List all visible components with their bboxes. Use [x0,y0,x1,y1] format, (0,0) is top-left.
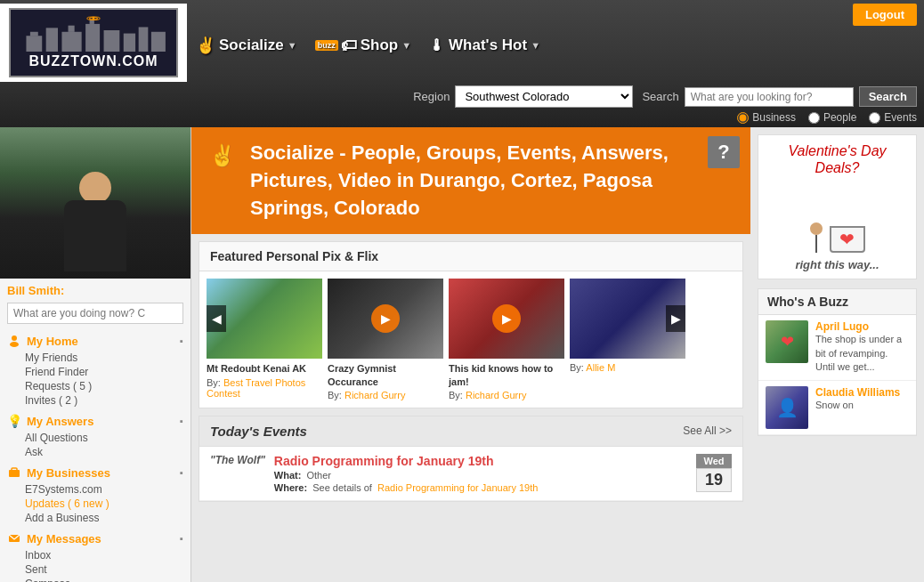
event-num-1: 19 [696,468,732,492]
sidebar-friend-finder[interactable]: Friend Finder [25,365,190,379]
next-arrow[interactable]: ▶ [666,305,685,332]
bulb-icon: 💡 [7,414,21,428]
sidebar-biz-updates[interactable]: Updates ( 6 new ) [25,497,190,511]
svg-rect-3 [61,32,81,52]
search-type-people[interactable]: People [808,111,856,124]
whois-buzz-section: Who's A Buzz ❤ April Lugo The shop is un… [758,288,917,435]
sidebar-my-friends[interactable]: My Friends [25,351,190,365]
svg-point-13 [93,17,95,20]
nav-shop[interactable]: buzz 🏷 Shop ▼ [315,36,411,55]
buzz-person-2: 👤 Claudia Williams Snow on [758,381,916,435]
businesses-expand[interactable]: ▪ [180,467,183,478]
sidebar-item-my-answers[interactable]: 💡 My Answers ▪ [0,411,190,431]
sidebar-section-answers: 💡 My Answers ▪ All Questions Ask [0,409,190,461]
sidebar-sub-home: My Friends Friend Finder Requests ( 5 ) … [0,351,190,408]
shop-icon: 🏷 [341,36,357,55]
search-type-events[interactable]: Events [869,111,917,124]
video-by-4: By: Allie M [570,362,685,373]
search-input[interactable] [685,87,854,107]
video-title-1: Mt Redoubt Kenai AK [207,362,322,375]
region-select[interactable]: Southwest Colorado Denver, CO Colorado S… [455,85,633,108]
events-title: Today's Events [210,424,307,439]
nav-socialize[interactable]: ✌ Socialize ▼ [196,36,297,55]
prev-arrow[interactable]: ◀ [207,305,226,332]
buzz-person-1: ❤ April Lugo The shop is under a bit of … [758,315,916,380]
svg-point-15 [10,342,19,347]
svg-rect-1 [30,32,38,36]
video-by-1: By: Best Travel Photos Contest [207,377,322,399]
search-label: Search [642,90,678,103]
video-item-4[interactable]: ▶ By: Allie M [570,279,685,400]
play-button-3[interactable]: ▶ [492,304,521,333]
sidebar-requests[interactable]: Requests ( 5 ) [25,379,190,393]
sidebar-invites[interactable]: Invites ( 2 ) [25,393,190,408]
video-item-1[interactable]: ◀ Mt Redoubt Kenai AK By: Best Travel Ph… [207,279,322,400]
event-meta-1: What: Other [274,470,687,481]
messages-expand[interactable]: ▪ [180,533,183,544]
events-section: Today's Events See All >> "The Wolf" Rad… [199,416,743,502]
svg-rect-10 [151,32,166,52]
envelope-icon [7,531,21,546]
events-see-all[interactable]: See All >> [683,424,732,437]
event-name-1[interactable]: Radio Programming for January 19th [274,454,687,468]
video-by-3: By: Richard Gurry [449,390,564,400]
buzz-name-1[interactable]: April Lugo [815,320,909,333]
shop-badge: buzz [315,40,338,51]
answers-expand[interactable]: ▪ [180,416,183,426]
sidebar-inbox[interactable]: Inbox [25,548,190,562]
video-item-2[interactable]: ▶ Crazy Gymnist Occurance By: Richard Gu… [328,279,443,400]
sidebar-all-questions[interactable]: All Questions [25,431,190,445]
nav-whats-hot[interactable]: 🌡 What's Hot ▼ [429,36,540,55]
status-input[interactable] [7,303,183,324]
socialize-chevron: ▼ [288,40,297,51]
whats-hot-chevron: ▼ [531,40,540,51]
video-author-link-1[interactable]: Best Travel Photos Contest [207,377,305,399]
person-icon [7,334,21,348]
svg-rect-0 [26,36,42,52]
logo[interactable]: BUZZTOWN.COM [0,4,187,82]
sidebar-e7systems[interactable]: E7Systems.com [25,482,190,497]
buzz-avatar-2: 👤 [766,386,808,429]
valentines-sub: right this way... [766,258,909,271]
sidebar-section-home: My Home ▪ My Friends Friend Finder Reque… [0,329,190,409]
event-details-1: Radio Programming for January 19th What:… [274,454,687,493]
sidebar-item-my-home[interactable]: My Home ▪ [0,331,190,351]
user-name[interactable]: Bill Smith: [0,279,190,301]
video-author-link-2[interactable]: Richard Gurry [344,390,405,400]
featured-header: Featured Personal Pix & Flix [199,242,742,271]
banner-peace-icon: ✌ [209,143,236,168]
logout-button[interactable]: Logout [853,4,917,26]
sidebar-sent[interactable]: Sent [25,562,190,577]
sidebar-item-my-businesses[interactable]: My Businesses ▪ [0,463,190,482]
valentines-ad[interactable]: Valentine's Day Deals? ❤ r [758,134,917,279]
svg-rect-2 [46,28,58,52]
search-button[interactable]: Search [859,86,917,107]
sidebar-compose[interactable]: Compose [25,577,190,582]
logo-text: BUZZTOWN.COM [28,53,158,69]
video-item-3[interactable]: ▶ This kid knows how to jam! By: Richard… [449,279,564,400]
event-date-badge-1: Wed 19 [696,454,732,492]
sidebar-ask[interactable]: Ask [25,445,190,459]
valentines-title: Valentine's Day Deals? [766,142,909,176]
svg-rect-7 [104,30,120,52]
home-expand[interactable]: ▪ [180,335,183,346]
svg-rect-17 [12,468,17,471]
play-button-2[interactable]: ▶ [371,304,400,333]
buzz-text-1: The shop is under a bit of revamping. Un… [815,333,909,374]
help-button[interactable]: ? [708,136,740,168]
sidebar-add-business[interactable]: Add a Business [25,511,190,525]
event-where-link-1[interactable]: Radio Programming for January 19th [377,482,538,493]
video-title-2: Crazy Gymnist Occurance [328,362,443,388]
banner-text: Socialize - People, Groups, Events, Answ… [250,140,733,222]
sidebar-item-my-messages[interactable]: My Messages ▪ [0,529,190,548]
svg-point-14 [12,335,17,341]
search-type-business[interactable]: Business [737,111,796,124]
region-label: Region [413,90,450,103]
video-author-link-4[interactable]: Allie M [586,362,615,373]
socialize-icon: ✌ [196,36,215,55]
video-by-2: By: Richard Gurry [328,390,443,400]
video-author-link-3[interactable]: Richard Gurry [466,390,526,400]
event-where-1: Where: See details of Radio Programming … [274,482,687,493]
whats-hot-icon: 🌡 [429,36,445,55]
buzz-name-2[interactable]: Claudia Williams [815,386,909,399]
